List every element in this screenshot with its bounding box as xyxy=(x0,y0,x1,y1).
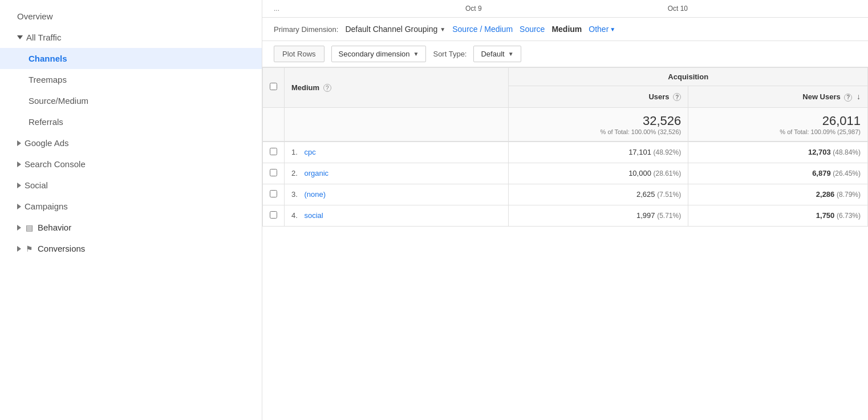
row-checkbox-cell[interactable] xyxy=(263,163,285,184)
row-checkbox-cell[interactable] xyxy=(263,205,285,226)
new-users-help-icon[interactable]: ? xyxy=(844,94,852,102)
sidebar-item-all-traffic[interactable]: All Traffic xyxy=(0,27,262,48)
sidebar-item-label: Source/Medium xyxy=(29,96,88,106)
sort-type-dropdown[interactable]: Default ▼ xyxy=(473,46,521,62)
row-rank: 2. xyxy=(291,169,298,177)
sort-arrow-icon: ▼ xyxy=(508,51,514,57)
row-checkbox-cell[interactable] xyxy=(263,184,285,205)
total-users-cell: 32,526 % of Total: 100.00% (32,526) xyxy=(509,107,688,141)
chevron-right-icon xyxy=(17,246,21,252)
total-new-users-value: 26,011 xyxy=(695,114,861,128)
sidebar-item-label: Search Console xyxy=(25,159,86,169)
dropdown-arrow-icon: ▼ xyxy=(440,26,445,33)
primary-dimension-bar: Primary Dimension: Default Channel Group… xyxy=(262,18,868,41)
row-checkbox[interactable] xyxy=(270,169,277,176)
sidebar-item-conversions[interactable]: ⚑ Conversions xyxy=(0,238,262,259)
sidebar: Overview All Traffic Channels Treemaps S… xyxy=(0,0,262,420)
row-rank: 4. xyxy=(291,211,298,220)
total-new-users-pct: % of Total: 100.09% (25,987) xyxy=(695,128,861,135)
sort-type-label: Sort Type: xyxy=(433,50,467,58)
date2-label: Oct 10 xyxy=(668,5,688,13)
row-medium-link[interactable]: organic xyxy=(304,169,328,177)
row-checkbox[interactable] xyxy=(270,211,277,219)
sidebar-item-behavior[interactable]: ▤ Behavior xyxy=(0,217,262,238)
other-dropdown[interactable]: Other ▼ xyxy=(589,25,615,34)
row-medium-cell: 1. cpc xyxy=(285,142,509,163)
behavior-icon: ▤ xyxy=(26,223,33,232)
table-row: 2. organic 10,000 (28.61%) 6,879 (26.45%… xyxy=(263,163,868,184)
row-new-users-pct: (26.45%) xyxy=(833,169,861,177)
sidebar-item-source-medium[interactable]: Source/Medium xyxy=(0,90,262,111)
row-users-cell: 2,625 (7.51%) xyxy=(509,184,688,205)
chevron-right-icon xyxy=(17,183,21,188)
row-checkbox-cell[interactable] xyxy=(263,142,285,163)
row-new-users-cell: 2,286 (8.79%) xyxy=(688,184,868,205)
new-users-column-header: New Users ? ↓ xyxy=(688,86,868,108)
medium-help-icon[interactable]: ? xyxy=(323,84,331,92)
sidebar-item-treemaps[interactable]: Treemaps xyxy=(0,69,262,90)
row-checkbox[interactable] xyxy=(270,190,277,197)
row-users-cell: 1,997 (5.71%) xyxy=(509,205,688,226)
data-table-wrap: Medium ? Acquisition Users ? New Users ? xyxy=(262,67,868,420)
sidebar-item-label: Treemaps xyxy=(29,75,67,84)
chevron-right-icon xyxy=(17,225,21,231)
sort-arrow-icon: ↓ xyxy=(857,92,861,101)
chart-header: ... Oct 9 Oct 10 xyxy=(262,0,868,18)
sidebar-item-channels[interactable]: Channels xyxy=(0,48,262,69)
sidebar-item-referrals[interactable]: Referrals xyxy=(0,111,262,132)
sidebar-item-google-ads[interactable]: Google Ads xyxy=(0,132,262,154)
row-new-users-value: 1,750 xyxy=(816,211,835,220)
row-new-users-cell: 1,750 (6.73%) xyxy=(688,205,868,226)
users-help-icon[interactable]: ? xyxy=(673,93,681,101)
source-medium-link[interactable]: Source / Medium xyxy=(452,25,513,34)
row-medium-cell: 4. social xyxy=(285,205,509,226)
table-row: 4. social 1,997 (5.71%) 1,750 (6.73%) xyxy=(263,205,868,226)
default-channel-grouping-dropdown[interactable]: Default Channel Grouping ▼ xyxy=(345,25,445,34)
row-new-users-cell: 6,879 (26.45%) xyxy=(688,163,868,184)
select-all-checkbox[interactable] xyxy=(270,83,277,90)
row-new-users-pct: (8.79%) xyxy=(837,191,861,199)
selected-dimension-text: Default Channel Grouping xyxy=(345,25,437,34)
other-label: Other xyxy=(589,25,609,34)
chevron-down-icon xyxy=(17,35,23,39)
secondary-dimension-dropdown[interactable]: Secondary dimension ▼ xyxy=(331,46,427,62)
row-medium-link[interactable]: social xyxy=(304,211,323,220)
row-new-users-pct: (6.73%) xyxy=(837,212,861,220)
chevron-right-icon xyxy=(17,161,21,167)
sidebar-item-social[interactable]: Social xyxy=(0,175,262,196)
sidebar-item-label: Campaigns xyxy=(25,201,68,211)
select-all-header[interactable] xyxy=(263,68,285,108)
total-users-pct: % of Total: 100.00% (32,526) xyxy=(516,128,681,135)
medium-column-header: Medium ? xyxy=(285,68,509,108)
sidebar-item-label: Conversions xyxy=(38,244,85,253)
sidebar-item-campaigns[interactable]: Campaigns xyxy=(0,196,262,217)
sidebar-item-label: Google Ads xyxy=(25,138,69,148)
plot-rows-button[interactable]: Plot Rows xyxy=(274,46,325,62)
sidebar-item-search-console[interactable]: Search Console xyxy=(0,154,262,175)
medium-active: Medium xyxy=(551,25,582,34)
sidebar-item-label: Social xyxy=(25,180,48,190)
row-new-users-value: 6,879 xyxy=(812,169,831,177)
row-medium-link[interactable]: cpc xyxy=(304,148,315,156)
source-link[interactable]: Source xyxy=(520,25,545,34)
row-medium-link[interactable]: (none) xyxy=(304,190,326,199)
total-checkbox-cell xyxy=(263,107,285,141)
sidebar-item-label: Referrals xyxy=(29,117,63,127)
total-row: 32,526 % of Total: 100.00% (32,526) 26,0… xyxy=(263,107,868,141)
row-rank: 3. xyxy=(291,190,298,199)
row-users-cell: 17,101 (48.92%) xyxy=(509,142,688,163)
toolbar: Plot Rows Secondary dimension ▼ Sort Typ… xyxy=(262,41,868,67)
table-row: 1. cpc 17,101 (48.92%) 12,703 (48.84%) xyxy=(263,142,868,163)
row-checkbox[interactable] xyxy=(270,148,277,155)
acquisition-label: Acquisition xyxy=(668,72,708,81)
row-users-pct: (7.51%) xyxy=(657,191,681,199)
row-users-pct: (28.61%) xyxy=(654,169,682,177)
row-new-users-cell: 12,703 (48.84%) xyxy=(688,142,868,163)
dropdown-arrow-icon: ▼ xyxy=(413,51,419,57)
chevron-right-icon xyxy=(17,204,21,209)
row-medium-cell: 3. (none) xyxy=(285,184,509,205)
sidebar-item-label: Channels xyxy=(29,54,67,63)
sidebar-item-overview[interactable]: Overview xyxy=(0,6,262,27)
conversions-icon: ⚑ xyxy=(26,244,33,253)
row-new-users-value: 12,703 xyxy=(808,148,831,156)
